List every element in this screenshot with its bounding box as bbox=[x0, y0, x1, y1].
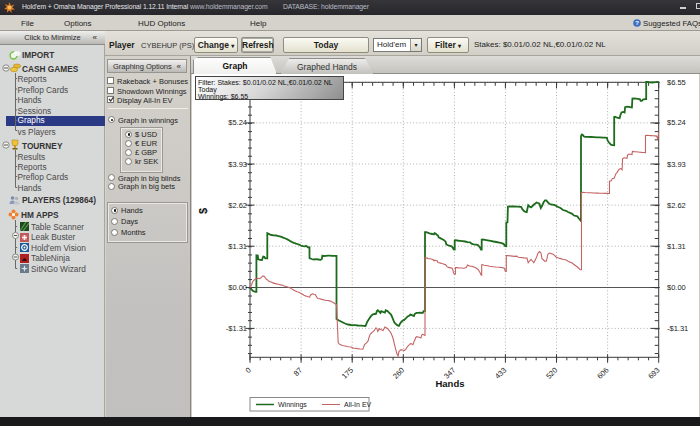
svg-text:?: ? bbox=[635, 20, 639, 26]
